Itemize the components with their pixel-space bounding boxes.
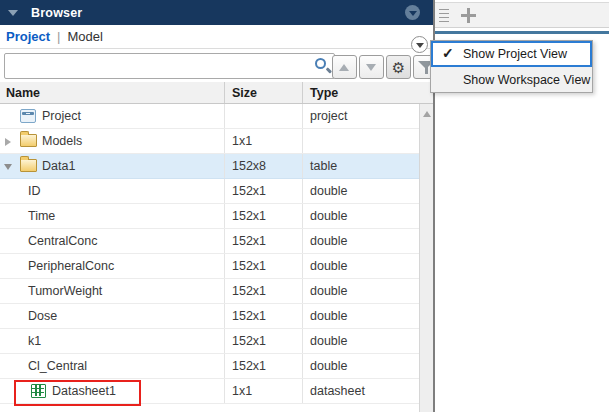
view-tab-row: Project | Model bbox=[0, 25, 433, 49]
tree-table: Project project Models 1x1 Data1 bbox=[0, 104, 419, 404]
name-cell: Dose bbox=[0, 304, 224, 328]
row-name: Project bbox=[0, 109, 81, 123]
size-cell: 152x1 bbox=[224, 304, 302, 328]
size-cell: 152x1 bbox=[224, 229, 302, 253]
type-cell: double bbox=[302, 354, 419, 378]
table-row-datasheet[interactable]: Datasheet1 1x1 datasheet bbox=[0, 379, 419, 404]
type-cell: double bbox=[302, 279, 419, 303]
table-row[interactable]: TumorWeight 152x1 double bbox=[0, 279, 419, 304]
table-row[interactable]: Models 1x1 bbox=[0, 129, 419, 154]
previous-match-button[interactable] bbox=[332, 55, 357, 79]
arrow-down-icon bbox=[366, 64, 376, 71]
row-name: Dose bbox=[0, 309, 57, 323]
name-cell: Cl_Central bbox=[0, 354, 224, 378]
size-cell: 152x1 bbox=[224, 204, 302, 228]
type-cell: double bbox=[302, 179, 419, 203]
browser-title-bar: Browser bbox=[0, 0, 433, 25]
panel-collapse-icon[interactable] bbox=[8, 10, 18, 16]
type-cell: project bbox=[302, 104, 419, 128]
table-row[interactable]: k1 152x1 double bbox=[0, 329, 419, 354]
panel-actions-icon[interactable] bbox=[405, 5, 420, 20]
type-cell: double bbox=[302, 329, 419, 353]
size-cell: 1x1 bbox=[224, 379, 302, 403]
row-name: k1 bbox=[0, 334, 41, 348]
name-cell: k1 bbox=[0, 329, 224, 353]
menu-item-show-project-view[interactable]: ✓ Show Project View bbox=[431, 41, 592, 67]
grip-icon[interactable] bbox=[439, 9, 449, 22]
name-cell: Models bbox=[0, 129, 224, 153]
search-input[interactable] bbox=[9, 55, 304, 77]
type-cell bbox=[302, 129, 419, 153]
gear-icon: ⚙ bbox=[387, 56, 410, 78]
tab-separator: | bbox=[57, 29, 60, 44]
row-name: Cl_Central bbox=[0, 359, 87, 373]
expander-collapsed-icon[interactable] bbox=[5, 138, 11, 146]
tab-project[interactable]: Project bbox=[6, 29, 50, 44]
simbiology-browser-window: Browser Project | Model ⚙ bbox=[0, 0, 609, 412]
table-header: Name Size Type bbox=[0, 82, 433, 104]
name-cell: PeripheralConc bbox=[0, 254, 224, 278]
arrow-up-icon bbox=[339, 64, 349, 71]
search-box bbox=[4, 53, 335, 79]
table-row[interactable]: PeripheralConc 152x1 double bbox=[0, 254, 419, 279]
table-row[interactable]: CentralConc 152x1 double bbox=[0, 229, 419, 254]
datasheet-icon bbox=[31, 384, 46, 398]
tab-model[interactable]: Model bbox=[67, 29, 102, 44]
next-match-button[interactable] bbox=[359, 55, 384, 79]
folder-icon bbox=[20, 134, 37, 147]
column-header-type[interactable]: Type bbox=[302, 82, 433, 103]
view-menu-dropdown-icon[interactable] bbox=[411, 36, 428, 53]
menu-item-show-workspace-view[interactable]: Show Workspace View bbox=[431, 67, 592, 93]
folder-icon bbox=[20, 159, 37, 172]
name-cell: Time bbox=[0, 204, 224, 228]
type-cell: datasheet bbox=[302, 379, 419, 403]
row-name: Time bbox=[0, 209, 55, 223]
document-tab-bar bbox=[435, 2, 609, 28]
type-cell: double bbox=[302, 204, 419, 228]
table-row-selected[interactable]: Data1 152x8 table bbox=[0, 154, 419, 179]
size-cell: 152x1 bbox=[224, 329, 302, 353]
column-header-name[interactable]: Name bbox=[0, 86, 224, 100]
vertical-scrollbar[interactable] bbox=[419, 104, 433, 412]
checkmark-icon: ✓ bbox=[442, 45, 454, 61]
size-cell: 152x8 bbox=[224, 154, 302, 178]
size-cell: 152x1 bbox=[224, 279, 302, 303]
scroll-up-icon[interactable] bbox=[423, 111, 431, 117]
add-tab-button[interactable] bbox=[461, 8, 476, 23]
name-cell: Project bbox=[0, 104, 224, 128]
name-cell: Data1 bbox=[0, 154, 224, 178]
settings-button[interactable]: ⚙ bbox=[386, 55, 411, 79]
size-cell: 152x1 bbox=[224, 254, 302, 278]
size-cell: 152x1 bbox=[224, 179, 302, 203]
type-cell: table bbox=[302, 154, 419, 178]
size-cell: 1x1 bbox=[224, 129, 302, 153]
type-cell: double bbox=[302, 304, 419, 328]
table-row[interactable]: ID 152x1 double bbox=[0, 179, 419, 204]
browser-panel: Browser Project | Model ⚙ bbox=[0, 0, 435, 412]
table-row[interactable]: Cl_Central 152x1 double bbox=[0, 354, 419, 379]
type-cell: double bbox=[302, 229, 419, 253]
name-cell: ID bbox=[0, 179, 224, 203]
search-icon bbox=[315, 58, 326, 69]
menu-item-label: Show Workspace View bbox=[431, 73, 590, 87]
table-row[interactable]: Time 152x1 double bbox=[0, 204, 419, 229]
size-cell bbox=[224, 104, 302, 128]
row-name: Datasheet1 bbox=[0, 384, 116, 398]
panel-title: Browser bbox=[31, 6, 82, 20]
table-row[interactable]: Project project bbox=[0, 104, 419, 129]
view-dropdown-menu: ✓ Show Project View Show Workspace View bbox=[430, 40, 593, 93]
column-header-size[interactable]: Size bbox=[224, 82, 302, 103]
name-cell: TumorWeight bbox=[0, 279, 224, 303]
table-row[interactable]: Dose 152x1 double bbox=[0, 304, 419, 329]
row-name: TumorWeight bbox=[0, 284, 102, 298]
project-icon bbox=[20, 109, 36, 123]
search-toolbar: ⚙ bbox=[0, 49, 433, 82]
name-cell: Datasheet1 bbox=[0, 379, 224, 403]
size-cell: 152x1 bbox=[224, 354, 302, 378]
type-cell: double bbox=[302, 254, 419, 278]
name-cell: CentralConc bbox=[0, 229, 224, 253]
row-name: CentralConc bbox=[0, 234, 97, 248]
row-name: PeripheralConc bbox=[0, 259, 114, 273]
expander-expanded-icon[interactable] bbox=[4, 164, 12, 170]
row-name: Models bbox=[0, 134, 82, 148]
